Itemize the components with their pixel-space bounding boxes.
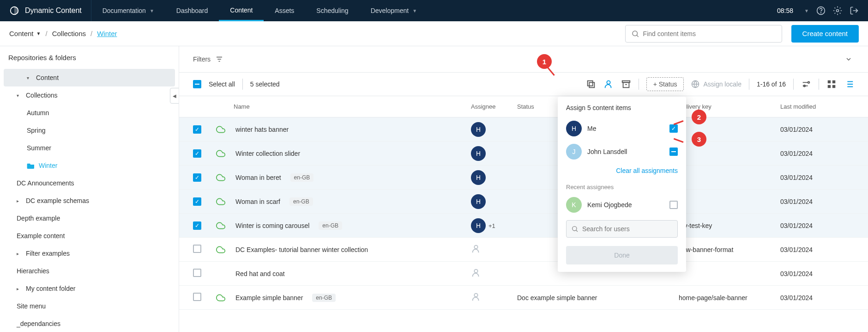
published-icon <box>216 245 225 254</box>
select-all-checkbox[interactable] <box>193 80 201 88</box>
tree-winter[interactable]: Winter <box>0 157 179 174</box>
top-nav: Dynamic Content Documentation ▼ Dashboar… <box>0 0 868 21</box>
logout-icon[interactable] <box>850 6 859 15</box>
breadcrumb-current[interactable]: Winter <box>97 30 117 37</box>
assignee-kemi[interactable]: K Kemi Ojogbede <box>558 193 686 216</box>
published-icon <box>216 221 225 230</box>
assignee-kemi-checkbox[interactable] <box>669 201 678 209</box>
nav-content[interactable]: Content <box>219 0 264 21</box>
chevron-down-icon <box>845 55 852 63</box>
create-content-button[interactable]: Create content <box>791 25 859 43</box>
assignee-john[interactable]: J John Lansdell <box>558 140 686 163</box>
svg-point-9 <box>607 81 610 84</box>
add-status-button[interactable]: + Status <box>646 77 684 91</box>
help-icon[interactable] <box>816 6 826 15</box>
table-row[interactable]: Winter is coming carouselen-GBH+1my-test… <box>179 214 868 238</box>
delivery-key: my-test-key <box>679 222 780 229</box>
assignee-me[interactable]: H Me <box>558 117 686 140</box>
row-checkbox[interactable] <box>193 173 201 182</box>
clear-assignments-link[interactable]: Clear all assignments <box>558 163 686 178</box>
brand[interactable]: Dynamic Content <box>0 0 91 21</box>
toolbar: Select all 5 selected + Status Assign lo… <box>179 72 868 96</box>
collapse-sidebar-button[interactable]: ◀ <box>170 88 179 104</box>
svg-point-21 <box>474 270 477 273</box>
published-icon <box>216 293 225 302</box>
svg-point-19 <box>573 227 577 231</box>
grid-view-icon[interactable] <box>826 79 837 89</box>
avatar: H <box>566 121 582 136</box>
nav-development[interactable]: Development ▼ <box>360 0 428 21</box>
search-input[interactable] <box>643 30 776 37</box>
assignee-overflow: +1 <box>488 222 495 229</box>
tree-spring[interactable]: Spring <box>0 122 179 139</box>
row-checkbox[interactable] <box>193 245 201 253</box>
copy-icon[interactable] <box>586 79 596 89</box>
table-row[interactable]: Red hat and coat03/01/2024 <box>179 262 868 286</box>
sidebar-title: Repositories & folders <box>0 54 179 69</box>
breadcrumb-collections[interactable]: Collections <box>52 30 86 37</box>
subheader: Content ▼ / Collections / Winter Create … <box>0 21 868 46</box>
last-modified: 03/01/2024 <box>780 294 854 301</box>
locale-chip: en-GB <box>289 197 313 206</box>
expand-toggle[interactable] <box>843 54 854 65</box>
table-row[interactable]: winter hats bannerH03/01/2024 <box>179 117 868 141</box>
svg-point-13 <box>808 82 810 84</box>
table-row[interactable]: Woman in bereten-GBH03/01/2024 <box>179 166 868 190</box>
done-button[interactable]: Done <box>566 246 678 264</box>
published-icon <box>216 149 225 158</box>
nav-dashboard[interactable]: Dashboard <box>165 0 219 21</box>
search-icon <box>631 30 639 38</box>
row-checkbox[interactable] <box>193 293 201 301</box>
item-name: Woman in scarf <box>235 198 280 205</box>
table-row[interactable]: DC Examples- tutorial banner winter coll… <box>179 238 868 262</box>
svg-point-20 <box>474 246 477 249</box>
tree-collections[interactable]: ▾ Collections <box>0 86 179 104</box>
callout-2: 2 <box>692 110 706 124</box>
table-row[interactable]: Winter collection sliderH03/01/2024 <box>179 141 868 166</box>
tree-item[interactable]: ▸Filter examples <box>0 245 179 262</box>
user-search-input[interactable] <box>582 225 673 233</box>
row-checkbox[interactable] <box>193 149 201 158</box>
nav-documentation[interactable]: Documentation ▼ <box>91 0 165 21</box>
tree-item[interactable]: Example content <box>0 227 179 245</box>
nav-assets[interactable]: Assets <box>264 0 305 21</box>
item-name: Example simple banner <box>235 294 303 301</box>
svg-rect-18 <box>832 85 835 88</box>
user-search[interactable] <box>566 220 678 238</box>
tree-summer[interactable]: Summer <box>0 139 179 157</box>
breadcrumb-root[interactable]: Content ▼ <box>9 30 41 37</box>
row-checkbox[interactable] <box>193 221 201 230</box>
sort-settings-icon[interactable] <box>801 79 811 89</box>
assignee-me-checkbox[interactable] <box>669 124 678 133</box>
filters-button[interactable]: Filters <box>193 55 223 63</box>
assign-user-icon[interactable] <box>603 79 614 89</box>
published-icon <box>216 173 225 182</box>
tree-item[interactable]: DC Announcements <box>0 174 179 192</box>
tree-item[interactable]: Depth example <box>0 209 179 227</box>
tree-item[interactable]: ▸My content folder <box>0 280 179 297</box>
tree-item[interactable]: Hierarchies <box>0 262 179 280</box>
tree-item[interactable]: Site menu <box>0 297 179 315</box>
tree-item[interactable]: ▸DC example schemas <box>0 192 179 209</box>
table-row[interactable]: Woman in scarfen-GBH03/01/2024 <box>179 190 868 214</box>
row-checkbox[interactable] <box>193 269 201 277</box>
gear-icon[interactable] <box>833 6 842 15</box>
assignee-john-checkbox[interactable] <box>669 148 678 156</box>
caret-right-icon: ▸ <box>17 198 22 203</box>
row-checkbox[interactable] <box>193 125 201 134</box>
search-content[interactable] <box>625 25 782 43</box>
chevron-down-icon[interactable]: ▼ <box>804 8 809 13</box>
table-row[interactable]: Example simple banneren-GBDoc example si… <box>179 286 868 310</box>
tree-item[interactable]: _dependancies <box>0 315 179 332</box>
list-view-icon[interactable] <box>844 79 854 89</box>
folder-open-icon <box>27 162 35 169</box>
archive-action-icon[interactable] <box>621 79 631 89</box>
tree-content[interactable]: ▾ Content <box>4 69 175 86</box>
assign-locale-button[interactable]: Assign locale <box>691 80 741 88</box>
row-checkbox[interactable] <box>193 197 201 206</box>
callout-1: 1 <box>537 54 552 69</box>
tree-autumn[interactable]: Autumn <box>0 104 179 122</box>
caret-right-icon: ▸ <box>17 251 22 256</box>
nav-scheduling[interactable]: Scheduling <box>305 0 359 21</box>
selected-count: 5 selected <box>250 80 280 88</box>
